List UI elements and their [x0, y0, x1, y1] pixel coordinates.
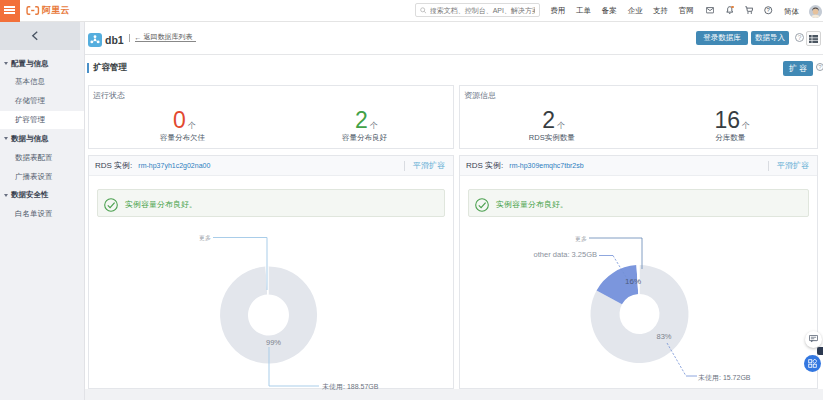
- mail-icon[interactable]: [700, 4, 720, 18]
- resource-info-label: 资源信息: [464, 90, 496, 101]
- chart-more-label: 更多: [199, 235, 211, 241]
- aliyun-logo-icon: [26, 6, 40, 15]
- nav-tickets[interactable]: 工单: [571, 6, 597, 16]
- section-title: 扩容管理: [93, 62, 127, 74]
- page-title: db1: [105, 34, 124, 46]
- grid-view-icon: [809, 35, 818, 43]
- view-toggle-button[interactable]: [806, 31, 821, 46]
- stat-caption: 容量分布欠佳: [94, 133, 271, 143]
- sidebar: 配置与信息 基本信息 存储管理 扩容管理 数据与信息 数据表配置 广播表设置 数…: [0, 22, 85, 400]
- stat-capacity-bad: 0个 容量分布欠佳: [89, 108, 271, 143]
- chart-percent-label-blue: 16%: [625, 277, 641, 286]
- topbar-icons: ?: [700, 0, 778, 21]
- sidebar-collapse-button[interactable]: [0, 22, 80, 50]
- chart-percent-label: 99%: [266, 338, 281, 347]
- global-search[interactable]: [415, 3, 540, 17]
- stat-caption: 容量分布良好: [276, 133, 453, 143]
- stat-value: 16: [714, 107, 740, 133]
- nav-support[interactable]: 支持: [648, 6, 674, 16]
- sidebar-group-data-security[interactable]: 数据安全性: [0, 186, 84, 205]
- section-accent-bar: [87, 63, 89, 73]
- scale-out-button[interactable]: 扩容: [783, 61, 813, 76]
- sidebar-group-data-info[interactable]: 数据与信息: [0, 129, 84, 148]
- stat-unit: 个: [370, 121, 378, 130]
- hamburger-menu-icon[interactable]: [0, 0, 20, 22]
- section-header: 扩容管理 扩容 ?: [85, 55, 823, 85]
- rds-instance-card-1: RDS 实例: rm-hp37yh1c2g02na00 平滑扩容 实例容量分布良…: [88, 155, 454, 389]
- topbar: 阿里云 费用 工单 备案 企业 支持 官网: [0, 0, 823, 22]
- stat-unit: 个: [188, 121, 196, 130]
- nav-billing[interactable]: 费用: [545, 6, 571, 16]
- stat-unit: 个: [742, 121, 750, 130]
- back-link-label: 返回数据库列表: [144, 32, 193, 42]
- feedback-badge[interactable]: [817, 347, 823, 355]
- question-glyph: ?: [767, 7, 771, 13]
- run-status-label: 运行状态: [93, 90, 125, 101]
- sidebar-group-config[interactable]: 配置与信息: [0, 54, 84, 73]
- hamburger-bar: [4, 9, 15, 11]
- back-link-inner: ←返回数据库列表: [135, 34, 196, 43]
- sidebar-item-table-config[interactable]: 数据表配置: [0, 148, 84, 167]
- stats-row: 0个 容量分布欠佳 2个 容量分布良好: [89, 108, 453, 143]
- feedback-button[interactable]: [805, 331, 822, 348]
- page-header: db1 ←返回数据库列表 登录数据库 数据导入 ?: [85, 22, 823, 55]
- caret-down-icon: [4, 194, 8, 197]
- data-import-button[interactable]: 数据导入: [751, 31, 789, 45]
- scale-out-help-icon[interactable]: ?: [816, 63, 823, 71]
- chart-percent-label: 83%: [656, 332, 671, 341]
- rds-instance-card-2: RDS 实例: rm-hp309emqhc7tbr2sb 平滑扩容 实例容量分布…: [459, 155, 818, 389]
- sidebar-item-basic-info[interactable]: 基本信息: [0, 73, 84, 92]
- language-switch[interactable]: 简体: [784, 7, 799, 17]
- back-to-db-list-link[interactable]: ←返回数据库列表: [129, 34, 196, 43]
- chart-more-label: 更多: [575, 236, 587, 242]
- stat-value: 0: [173, 107, 186, 133]
- hamburger-bar: [4, 6, 15, 8]
- header-help-icon[interactable]: ?: [795, 33, 804, 42]
- nav-website[interactable]: 官网: [673, 6, 699, 16]
- stat-caption: 分库数量: [644, 133, 818, 143]
- aliyun-logo[interactable]: 阿里云: [26, 6, 70, 16]
- back-arrow-icon: ←: [135, 34, 142, 41]
- topbar-nav: 费用 工单 备案 企业 支持 官网: [545, 0, 699, 21]
- sidebar-item-broadcast-table[interactable]: 广播表设置: [0, 167, 84, 186]
- notification-bell-icon[interactable]: [720, 4, 740, 18]
- page-bottom-strip: [85, 389, 823, 400]
- sidebar-item-whitelist[interactable]: 白名单设置: [0, 205, 84, 224]
- main-content: db1 ←返回数据库列表 登录数据库 数据导入 ? 扩容管理 扩容 ? 运行状态…: [85, 22, 823, 400]
- survey-button[interactable]: [804, 355, 821, 372]
- stat-value: 2: [542, 107, 555, 133]
- chart-otherdata-label: other data: 3.25GB: [534, 250, 597, 259]
- capacity-donut-chart-2: 更多 other data: 3.25GB 16% 83% 未使用: 15.72…: [460, 156, 819, 390]
- search-icon: [420, 7, 427, 14]
- notification-dot: [731, 6, 733, 8]
- chevron-left-icon: [31, 31, 39, 41]
- capacity-donut-chart-1: 更多 99% 未使用: 188.57GB: [89, 156, 455, 390]
- sidebar-item-storage-mgmt[interactable]: 存储管理: [0, 92, 84, 111]
- search-input[interactable]: [430, 7, 535, 14]
- nav-enterprise[interactable]: 企业: [622, 6, 648, 16]
- resource-info-panel: 资源信息 2个 RDS实例数量 16个 分库数量: [459, 85, 818, 149]
- nav-icp[interactable]: 备案: [596, 6, 622, 16]
- chart-label-line: [667, 343, 686, 376]
- caret-down-icon: [4, 62, 8, 65]
- brand-name: 阿里云: [42, 4, 70, 17]
- sidebar-menu: 配置与信息 基本信息 存储管理 扩容管理 数据与信息 数据表配置 广播表设置 数…: [0, 54, 84, 224]
- database-icon: [88, 33, 102, 47]
- login-database-button[interactable]: 登录数据库: [696, 31, 748, 45]
- stats-row: 2个 RDS实例数量 16个 分库数量: [460, 108, 817, 143]
- sidebar-item-scaleout-mgmt[interactable]: 扩容管理: [0, 111, 84, 130]
- cart-icon[interactable]: [739, 4, 759, 18]
- sidebar-group-label: 配置与信息: [11, 59, 49, 69]
- stat-value: 2: [355, 107, 368, 133]
- caret-down-icon: [4, 137, 8, 140]
- hamburger-bar: [4, 12, 15, 14]
- chart-unused-label: 未使用: 188.57GB: [322, 383, 379, 390]
- feedback-bubble-icon: [809, 335, 818, 343]
- user-avatar[interactable]: [809, 5, 822, 18]
- run-status-panel: 运行状态 0个 容量分布欠佳 2个 容量分布良好: [88, 85, 454, 149]
- help-icon[interactable]: ?: [759, 4, 779, 18]
- chart-unused-label: 未使用: 15.72GB: [698, 374, 751, 382]
- sidebar-group-label: 数据与信息: [11, 134, 49, 144]
- stat-capacity-good: 2个 容量分布良好: [271, 108, 453, 143]
- stat-caption: RDS实例数量: [465, 133, 639, 143]
